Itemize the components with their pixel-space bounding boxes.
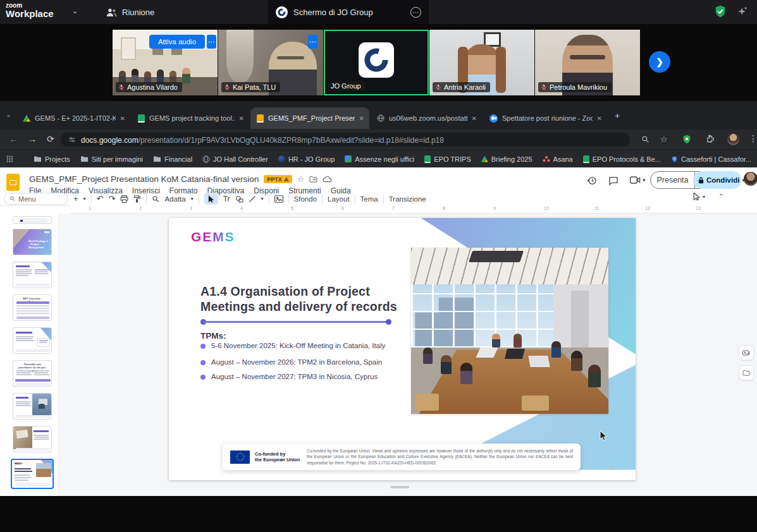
tile-more-button[interactable]: ⋯ bbox=[207, 35, 216, 49]
slide-thumbnail[interactable] bbox=[13, 426, 52, 452]
close-tab-icon[interactable]: ✕ bbox=[597, 115, 602, 122]
slide-photo-meeting-room bbox=[411, 248, 608, 414]
bookmark-item[interactable]: EPO Protocols & Be... bbox=[583, 155, 661, 163]
redo-icon[interactable]: ↷ bbox=[109, 194, 116, 203]
text-box-tool[interactable]: Tr bbox=[223, 195, 230, 203]
shapes-tool-icon[interactable] bbox=[235, 195, 243, 203]
transition-button[interactable]: Transizione bbox=[389, 195, 426, 203]
slide-thumbnail[interactable]: Work Package 1 – Project Management bbox=[13, 229, 52, 255]
insert-plus-icon[interactable]: + bbox=[73, 194, 78, 203]
browser-tab[interactable]: GEMS - E+ 2025-1-IT02-KA220 ✕ bbox=[16, 107, 130, 129]
tab-meeting[interactable]: Riunione bbox=[106, 0, 154, 24]
cloud-status-icon[interactable] bbox=[323, 176, 332, 183]
bookmark-item[interactable]: EPO TRIPS bbox=[424, 155, 471, 163]
tab-options-icon[interactable]: ⋯ bbox=[410, 7, 421, 18]
bookmark-item[interactable]: Financial bbox=[153, 155, 192, 163]
caret-down-icon[interactable]: ▾ bbox=[83, 196, 86, 202]
account-avatar[interactable] bbox=[744, 172, 757, 186]
chevron-down-icon[interactable]: ⌄ bbox=[72, 7, 78, 15]
participant-video[interactable]: Antria Karaoli bbox=[429, 30, 534, 95]
tab-shared-screen-label: Schermo di JO Group bbox=[293, 8, 405, 17]
bookmark-item[interactable]: Briefing 2025 bbox=[481, 155, 532, 163]
bookmark-item[interactable]: Assenze negli uffici bbox=[345, 155, 414, 163]
browser-tab[interactable]: Spettatore post riunione - Zoo ✕ bbox=[483, 107, 607, 129]
warning-triangle-icon bbox=[284, 177, 289, 181]
profile-avatar[interactable] bbox=[727, 133, 739, 145]
url-field[interactable]: docs.google.com/presentation/d/1rpF9AV3r… bbox=[61, 133, 630, 147]
slide-thumbnail[interactable] bbox=[13, 393, 52, 420]
slide-thumbnail[interactable]: WP1 Overview - Tasks bbox=[13, 294, 52, 321]
version-history-icon[interactable] bbox=[587, 176, 597, 186]
back-icon[interactable]: ← bbox=[9, 134, 18, 144]
next-videos-button[interactable]: ❯ bbox=[649, 51, 670, 73]
tab-search-icon[interactable]: ⌄ bbox=[6, 111, 11, 119]
site-info-icon[interactable] bbox=[68, 136, 76, 143]
bookmark-item[interactable]: Siti per immagini bbox=[80, 155, 143, 163]
slides-file-icon[interactable] bbox=[6, 174, 20, 191]
pointer-options-button[interactable]: ▾ bbox=[693, 193, 705, 200]
collapse-toolbar-icon[interactable]: ⌃ bbox=[718, 193, 723, 200]
browser-tab[interactable]: GEMS project tracking tool.xlsx ✕ bbox=[132, 107, 249, 129]
caret-down-icon: ▾ bbox=[643, 177, 646, 183]
share-button[interactable]: Condividi ▾ bbox=[693, 171, 741, 189]
unmute-request-button[interactable]: Attiva audio bbox=[149, 35, 205, 49]
undo-icon[interactable]: ↶ bbox=[97, 194, 104, 203]
apps-grid-icon[interactable] bbox=[6, 155, 13, 162]
forward-icon[interactable]: → bbox=[28, 134, 37, 144]
bookmark-item[interactable]: UCasseforti | Cassafor... bbox=[671, 155, 751, 163]
bookmark-item[interactable]: Projects bbox=[34, 155, 70, 163]
theme-button[interactable]: Tema bbox=[360, 195, 378, 203]
line-tool-icon[interactable] bbox=[249, 195, 256, 203]
print-icon[interactable] bbox=[120, 195, 128, 203]
tile-more-button[interactable]: ⋯ bbox=[308, 35, 317, 49]
participant-video-active[interactable]: JO Group bbox=[324, 30, 429, 95]
move-folder-icon[interactable] bbox=[309, 176, 317, 183]
zoom-tool-icon[interactable] bbox=[152, 195, 159, 203]
fit-zoom-label[interactable]: Adatta bbox=[164, 195, 185, 203]
select-tool-active[interactable] bbox=[204, 193, 218, 205]
security-shield-icon[interactable] bbox=[713, 4, 727, 18]
layout-button[interactable]: Layout bbox=[328, 195, 350, 203]
caret-down-icon[interactable]: ▾ bbox=[191, 196, 194, 202]
caret-down-icon[interactable]: ▾ bbox=[261, 196, 264, 202]
paint-format-icon[interactable] bbox=[133, 195, 141, 203]
participant-video[interactable]: ⋯ Kai Pata, TLU bbox=[218, 30, 323, 95]
tab-shared-screen[interactable]: Schermo di JO Group ⋯ bbox=[268, 0, 429, 24]
star-doc-icon[interactable]: ☆ bbox=[297, 174, 305, 184]
bookmark-star-icon[interactable]: ☆ bbox=[660, 135, 668, 144]
adblock-shield-icon[interactable] bbox=[682, 134, 692, 145]
background-button[interactable]: Sfondo bbox=[294, 195, 317, 203]
participant-name-tag: Agustina Vilardo bbox=[116, 82, 182, 92]
current-slide[interactable]: GEMS A1.4 Organisation of Project Meetin… bbox=[169, 218, 636, 480]
reload-icon[interactable]: ⟳ bbox=[47, 134, 54, 144]
insert-image-icon[interactable] bbox=[274, 195, 283, 203]
bookmark-item[interactable]: JO Hall Controller bbox=[202, 155, 268, 163]
close-tab-icon[interactable]: ✕ bbox=[472, 115, 477, 122]
comments-icon[interactable] bbox=[608, 176, 619, 186]
bookmark-item[interactable]: Asana bbox=[543, 155, 573, 163]
slide-thumbnail[interactable] bbox=[13, 262, 52, 288]
slide-thumbnail[interactable] bbox=[13, 216, 52, 224]
browser-tab[interactable]: us06web.zoom.us/postattendee ✕ bbox=[371, 107, 482, 129]
participant-video[interactable]: Petroula Mavrikiou bbox=[535, 30, 640, 95]
slide-thumbnail[interactable]: Timetable and procedures for the pre-fin… bbox=[13, 360, 52, 387]
toolbar-menu-search[interactable]: Menu bbox=[4, 193, 68, 205]
slide-thumbnail-selected[interactable] bbox=[11, 459, 54, 489]
doc-title[interactable]: GEMS_PMF_Project Presentation KoM Catani… bbox=[29, 174, 259, 184]
canvas-resize-handle[interactable] bbox=[390, 486, 409, 488]
close-tab-icon[interactable]: ✕ bbox=[120, 115, 125, 122]
ai-sparkle-icon[interactable] bbox=[736, 5, 749, 18]
meet-camera-button[interactable]: ▾ bbox=[630, 176, 646, 184]
participant-video[interactable]: Attiva audio ⋯ Agustina Vilardo bbox=[113, 30, 218, 95]
extensions-icon[interactable] bbox=[706, 135, 715, 143]
browser-menu-icon[interactable]: ⋮ bbox=[749, 133, 757, 143]
side-panel-slideshow-button[interactable] bbox=[739, 345, 754, 360]
bookmark-item[interactable]: HR - JO Group bbox=[278, 155, 335, 163]
side-panel-folder-button[interactable] bbox=[739, 365, 754, 380]
close-tab-icon[interactable]: ✕ bbox=[359, 115, 364, 122]
slide-thumbnail[interactable] bbox=[13, 327, 52, 354]
close-tab-icon[interactable]: ✕ bbox=[239, 115, 244, 122]
browser-tab-active[interactable]: GEMS_PMF_Project Presentatio ✕ bbox=[250, 107, 369, 129]
new-tab-icon[interactable]: + bbox=[615, 111, 620, 121]
find-icon[interactable] bbox=[641, 135, 649, 143]
